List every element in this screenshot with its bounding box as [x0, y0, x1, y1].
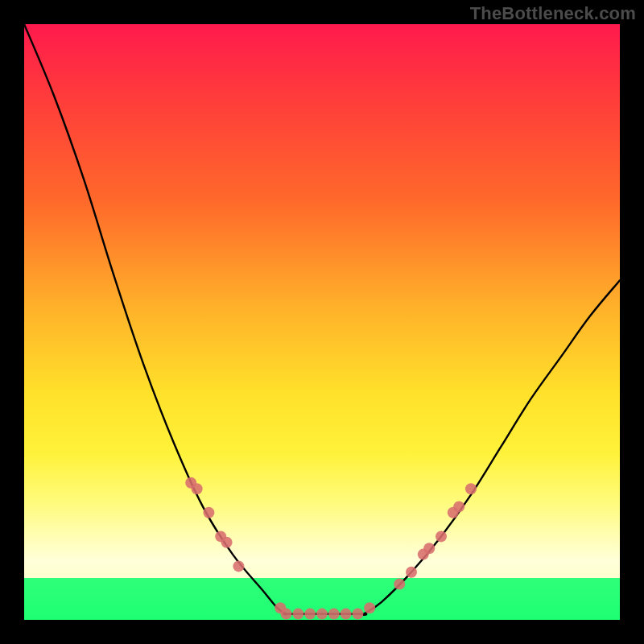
- highlight-point: [341, 609, 352, 620]
- highlight-point: [436, 530, 447, 542]
- highlight-point: [364, 602, 375, 613]
- highlight-point: [423, 543, 435, 554]
- highlight-point: [406, 567, 417, 578]
- highlight-point: [352, 609, 363, 620]
- highlight-point: [221, 537, 233, 548]
- highlight-point: [394, 579, 405, 590]
- highlight-point: [233, 560, 244, 572]
- bottleneck-curve: [24, 24, 620, 615]
- chart-frame: TheBottleneck.com: [0, 0, 644, 644]
- highlight-point: [281, 609, 292, 620]
- highlight-point: [465, 483, 477, 494]
- highlight-point: [453, 501, 464, 512]
- highlight-point: [316, 609, 328, 620]
- highlight-point: [304, 609, 316, 620]
- highlight-point: [192, 483, 203, 494]
- highlight-point: [328, 609, 340, 620]
- watermark-text: TheBottleneck.com: [470, 3, 636, 24]
- highlight-point: [292, 609, 303, 620]
- curve-layer: [24, 24, 620, 620]
- highlight-point: [203, 507, 214, 518]
